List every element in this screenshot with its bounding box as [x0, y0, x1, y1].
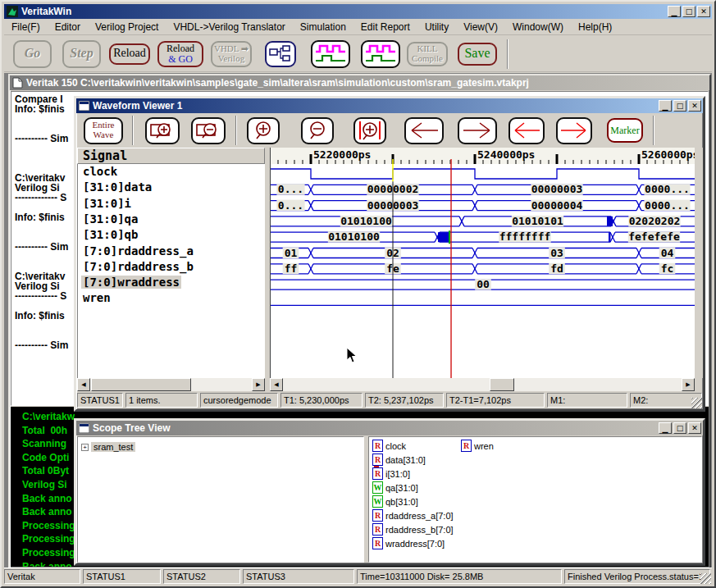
wave-hscrollbar[interactable]: ◀ ▶ [270, 378, 695, 391]
wave-scroll-left-icon[interactable]: ◀ [270, 378, 283, 391]
dark-right-arrow-icon [462, 121, 493, 139]
scope-signal-wren[interactable]: Rwren [461, 440, 494, 452]
next-edge-button[interactable] [458, 117, 497, 144]
svg-text:0...: 0... [278, 183, 303, 195]
menu-item-simulation[interactable]: Simulation [293, 20, 353, 34]
scope-close-button[interactable]: ✕ [688, 422, 701, 434]
scroll-left-icon[interactable]: ◀ [77, 378, 90, 391]
scope-tree-pane[interactable]: + sram_test [77, 436, 364, 563]
scope-signal-rdaddress_a70[interactable]: Rrdaddress_a[7:0] [372, 509, 454, 522]
reg-icon: R [372, 523, 383, 536]
maximize-button[interactable]: □ [682, 6, 695, 17]
scope-signal-pane[interactable]: RclockRdata[31:0]Ri[31:0]Wqa[31:0]Wqb[31… [368, 436, 702, 563]
wf-status-panel: STATUS1 [77, 393, 123, 408]
signal-column-header[interactable]: Signal [77, 148, 265, 164]
scope-signal-label: wraddress[7:0] [385, 539, 445, 549]
reload-and-go-button[interactable]: Reload & GO [157, 41, 203, 67]
zoom-out-button[interactable] [301, 117, 334, 144]
main-resize-grip[interactable] [700, 573, 711, 584]
wave-area[interactable]: 5220000ps5240000ps5260000ps0...000000020… [270, 148, 695, 378]
signal-row[interactable]: [31:0]qa [78, 212, 265, 228]
menu-item-vhdl-verilog-translator[interactable]: VHDL->Verilog Translator [166, 20, 292, 34]
menu-item-editor[interactable]: Editor [48, 20, 88, 34]
menu-bar: File(F)EditorVerilog ProjectVHDL->Verilo… [4, 19, 712, 35]
waveform-view-button[interactable] [311, 40, 350, 68]
menu-item-help-h-[interactable]: Help(H) [571, 20, 619, 34]
wf-minimize-button[interactable]: ▁ [659, 100, 672, 112]
menu-item-window-w-[interactable]: Window(W) [505, 20, 571, 34]
waveform-titlebar[interactable]: Waveform Viewer 1 ▁ □ ✕ [76, 98, 703, 113]
signal-row[interactable]: [31:0]i [78, 197, 265, 212]
scope-minimize-button[interactable]: ▁ [659, 422, 672, 434]
status-panel: Finished Verilog Process.status=16 [564, 569, 710, 584]
signal-row[interactable]: [31:0]qb [78, 228, 265, 244]
svg-text:fefefefe: fefefefe [628, 230, 680, 243]
expand-icon[interactable]: + [81, 444, 89, 451]
scope-signal-data310[interactable]: Rdata[31:0] [372, 454, 426, 466]
menu-item-view-v-[interactable]: View(V) [456, 20, 505, 34]
tree-node-label[interactable]: sram_test [91, 442, 135, 452]
tree-node-sram-test[interactable]: + sram_test [81, 442, 135, 452]
red-left-arrow-icon [512, 121, 541, 139]
svg-text:01010100: 01010100 [340, 215, 392, 227]
signal-list[interactable]: clock[31:0]data[31:0]i[31:0]qa[31:0]qb[7… [77, 164, 265, 378]
wf-resize-grip[interactable] [691, 398, 702, 408]
zoom-cursor-range-button[interactable] [353, 117, 386, 144]
scope-signal-qb310[interactable]: Wqb[31:0] [372, 495, 418, 508]
signal-hscrollbar[interactable]: ◀ ▶ [77, 378, 265, 391]
reload-button[interactable]: Reload [109, 43, 150, 65]
scope-signal-qa310[interactable]: Wqa[31:0] [372, 481, 418, 494]
output-titlebar[interactable]: Veritak 150 C:\veritakwin\veritakwin\sam… [10, 75, 709, 90]
prev-edge-button[interactable] [404, 117, 444, 144]
signal-row[interactable]: [7:0]wraddress [78, 276, 265, 291]
menu-item-file-f-[interactable]: File(F) [4, 20, 48, 34]
menu-item-utility[interactable]: Utility [417, 20, 456, 34]
hierarchy-view-button[interactable] [265, 41, 296, 67]
marker-button[interactable]: Marker [607, 118, 643, 143]
zoom-out-box-button[interactable] [191, 117, 226, 144]
scope-signal-label: rdaddress_b[7:0] [385, 525, 454, 535]
kill-compile-button[interactable]: KILLCompile [407, 42, 448, 66]
main-titlebar[interactable]: VeritakWin ▁ □ ✕ [4, 4, 712, 19]
menu-item-edit-report[interactable]: Edit Report [353, 20, 417, 34]
entire-wave-button[interactable]: Entire Wave [84, 117, 123, 144]
go-button[interactable]: Go [13, 40, 52, 68]
vhdl-to-verilog-button[interactable]: VHDL ➡Verilog [211, 41, 252, 67]
wf-close-button[interactable]: ✕ [688, 100, 701, 112]
signal-name: [31:0]i [81, 197, 133, 210]
wave-scroll-right-icon[interactable]: ▶ [682, 378, 695, 391]
wave-canvas[interactable]: 5220000ps5240000ps5260000ps0...000000020… [271, 148, 695, 378]
wave-scroll-thumb[interactable] [490, 378, 514, 391]
main-toolbar: Go Step Reload Reload & GO VHDL ➡Verilog [4, 36, 712, 72]
scope-signal-wraddress70[interactable]: Rwraddress[7:0] [372, 537, 445, 549]
wire-icon: W [372, 481, 383, 494]
signal-name: [31:0]qa [81, 212, 139, 226]
menu-item-verilog-project[interactable]: Verilog Project [88, 20, 166, 34]
scroll-right-icon[interactable]: ▶ [252, 378, 265, 391]
signal-row[interactable]: [31:0]data [78, 180, 265, 196]
scope-signal-rdaddress_b70[interactable]: Rrdaddress_b[7:0] [372, 523, 454, 536]
zoom-in-box-button[interactable] [145, 117, 180, 144]
wave-right-margin [695, 148, 703, 378]
step-button[interactable]: Step [62, 40, 101, 68]
signal-row[interactable]: [7:0]rdaddress_b [78, 260, 265, 276]
minimize-button[interactable]: ▁ [668, 6, 681, 17]
scope-signal-clock[interactable]: Rclock [372, 440, 406, 452]
close-button[interactable]: ✕ [697, 6, 710, 17]
toolbar-separator [507, 39, 508, 69]
save-button[interactable]: Save [458, 43, 497, 66]
prev-edge-t2-button[interactable] [508, 117, 545, 144]
wf-maximize-button[interactable]: □ [673, 100, 686, 112]
signal-row[interactable]: [7:0]rdaddress_a [78, 244, 265, 260]
signal-scroll-thumb[interactable] [91, 378, 191, 391]
svg-text:ff: ff [285, 262, 298, 275]
scope-maximize-button[interactable]: □ [673, 422, 686, 434]
scope-titlebar[interactable]: Scope Tree View ▁ □ ✕ [76, 421, 703, 435]
signal-row[interactable]: clock [78, 165, 265, 180]
wf-status-panel: T2-T1=7,102ps [446, 393, 545, 408]
waveform-view2-button[interactable] [361, 40, 400, 68]
signal-row[interactable]: wren [78, 291, 265, 307]
zoom-in-button[interactable] [247, 117, 280, 144]
scope-signal-i310[interactable]: Ri[31:0] [372, 467, 410, 480]
next-edge-t2-button[interactable] [556, 117, 592, 144]
